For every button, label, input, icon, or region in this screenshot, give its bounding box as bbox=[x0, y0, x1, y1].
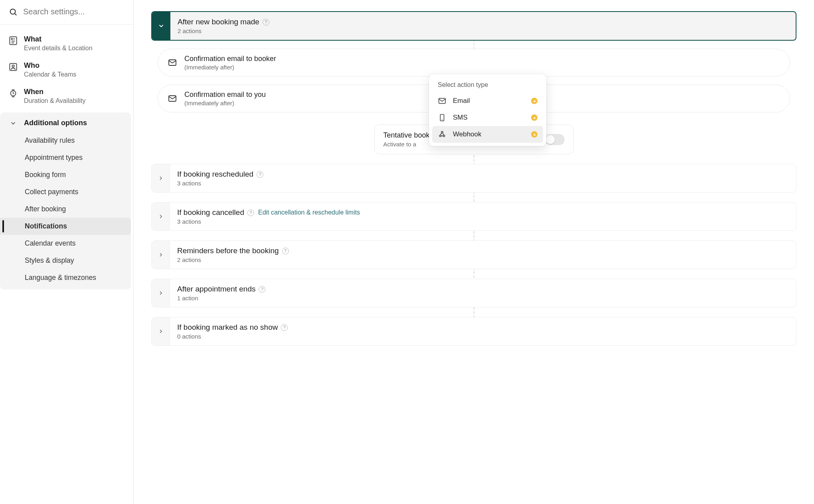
svg-point-0 bbox=[10, 9, 16, 14]
phone-icon bbox=[438, 113, 447, 122]
mail-icon bbox=[168, 58, 177, 67]
svg-point-3 bbox=[11, 38, 12, 39]
sidebar-item-subtitle: Calendar & Teams bbox=[24, 71, 76, 78]
svg-point-8 bbox=[12, 65, 14, 67]
sidebar-item-what[interactable]: What Event details & Location bbox=[0, 30, 133, 57]
premium-badge-icon bbox=[531, 114, 537, 121]
action-title: Confirmation email to you bbox=[184, 91, 266, 99]
help-icon[interactable]: ? bbox=[247, 209, 254, 216]
popup-header: Select action type bbox=[432, 81, 543, 93]
sidebar-additional-options: Additional options Availability rules Ap… bbox=[0, 112, 131, 289]
section-subtitle: 3 actions bbox=[177, 218, 789, 225]
webhook-icon bbox=[438, 130, 447, 139]
sidebar-item-calendar-events[interactable]: Calendar events bbox=[0, 235, 131, 252]
section-title: After appointment ends bbox=[177, 285, 255, 293]
section-after-appointment-ends[interactable]: After appointment ends ? 1 action bbox=[151, 279, 796, 307]
sidebar-primary-nav: What Event details & Location Who Calend… bbox=[0, 25, 133, 112]
section-subtitle: 3 actions bbox=[177, 180, 789, 187]
section-reminders-before[interactable]: Reminders before the booking ? 2 actions bbox=[151, 240, 796, 269]
sidebar-additional-header[interactable]: Additional options bbox=[0, 112, 131, 132]
section-if-no-show[interactable]: If booking marked as no show ? 0 actions bbox=[151, 317, 796, 346]
svg-point-17 bbox=[441, 131, 443, 133]
help-icon[interactable]: ? bbox=[281, 324, 288, 331]
sidebar-item-language-timezones[interactable]: Language & timezones bbox=[0, 269, 131, 286]
settings-sidebar: What Event details & Location Who Calend… bbox=[0, 0, 134, 504]
help-icon[interactable]: ? bbox=[263, 19, 269, 26]
trigger-collapse-button[interactable] bbox=[152, 12, 170, 40]
trigger-after-new-booking[interactable]: After new booking made ? 2 actions bbox=[151, 11, 796, 41]
sidebar-item-availability-rules[interactable]: Availability rules bbox=[0, 132, 131, 149]
section-title: If booking cancelled bbox=[177, 208, 244, 217]
action-confirmation-email-booker[interactable]: Confirmation email to booker (Immediatel… bbox=[158, 49, 790, 77]
section-subtitle: 1 action bbox=[177, 295, 789, 301]
premium-badge-icon bbox=[531, 131, 537, 138]
sidebar-item-styles-display[interactable]: Styles & display bbox=[0, 252, 131, 269]
help-icon[interactable]: ? bbox=[259, 286, 265, 293]
popup-item-webhook[interactable]: Webhook bbox=[432, 126, 543, 143]
sidebar-item-title: Who bbox=[24, 61, 76, 70]
person-card-icon bbox=[8, 62, 18, 72]
chevron-down-icon bbox=[10, 120, 17, 127]
popup-item-sms[interactable]: SMS bbox=[432, 109, 543, 126]
section-title: If booking marked as no show bbox=[177, 323, 278, 332]
help-icon[interactable]: ? bbox=[282, 248, 289, 254]
search-input[interactable] bbox=[23, 7, 124, 16]
svg-point-15 bbox=[439, 135, 441, 137]
sidebar-item-booking-form[interactable]: Booking form bbox=[0, 166, 131, 183]
tentative-toggle[interactable] bbox=[545, 134, 565, 145]
popup-item-email[interactable]: Email bbox=[432, 93, 543, 109]
action-title: Confirmation email to booker bbox=[184, 55, 276, 63]
section-expand-button[interactable] bbox=[152, 241, 170, 269]
action-subtitle: (Immediately after) bbox=[184, 64, 276, 71]
trigger-title: After new booking made bbox=[178, 18, 259, 26]
section-title: If booking rescheduled bbox=[177, 170, 253, 179]
popup-item-label: SMS bbox=[453, 114, 468, 122]
svg-line-1 bbox=[15, 14, 16, 15]
mail-icon bbox=[438, 96, 447, 105]
sidebar-item-subtitle: Duration & Availability bbox=[24, 97, 85, 104]
sidebar-item-title: When bbox=[24, 88, 85, 96]
svg-point-16 bbox=[443, 135, 445, 137]
search-settings[interactable] bbox=[0, 0, 133, 25]
main-content: After new booking made ? 2 actions Confi… bbox=[134, 0, 814, 504]
help-icon[interactable]: ? bbox=[257, 171, 263, 178]
sidebar-item-after-booking[interactable]: After booking bbox=[0, 201, 131, 218]
watch-icon bbox=[8, 88, 18, 98]
section-expand-button[interactable] bbox=[152, 317, 170, 345]
section-if-cancelled[interactable]: If booking cancelled ? Edit cancellation… bbox=[151, 202, 796, 231]
sidebar-item-subtitle: Event details & Location bbox=[24, 45, 93, 52]
section-subtitle: 0 actions bbox=[177, 333, 789, 340]
sidebar-item-when[interactable]: When Duration & Availability bbox=[0, 83, 133, 109]
sidebar-item-title: What bbox=[24, 35, 93, 43]
doc-icon bbox=[8, 35, 18, 46]
section-expand-button[interactable] bbox=[152, 203, 170, 230]
action-subtitle: (Immediately after) bbox=[184, 100, 266, 106]
action-type-popup: Select action type Email SMS bbox=[429, 74, 546, 146]
svg-rect-2 bbox=[10, 37, 16, 45]
section-expand-button[interactable] bbox=[152, 164, 170, 192]
section-subtitle: 2 actions bbox=[177, 256, 789, 263]
sidebar-additional-label: Additional options bbox=[24, 119, 87, 127]
search-icon bbox=[9, 8, 18, 16]
section-expand-button[interactable] bbox=[152, 279, 170, 307]
popup-item-label: Email bbox=[453, 97, 470, 105]
edit-cancellation-limits-link[interactable]: Edit cancellation & reschedule limits bbox=[258, 209, 360, 216]
premium-badge-icon bbox=[531, 98, 537, 104]
sidebar-item-appointment-types[interactable]: Appointment types bbox=[0, 149, 131, 166]
section-title: Reminders before the booking bbox=[177, 246, 279, 255]
sidebar-item-notifications[interactable]: Notifications bbox=[0, 218, 131, 235]
popup-item-label: Webhook bbox=[453, 130, 482, 138]
sidebar-item-collect-payments[interactable]: Collect payments bbox=[0, 183, 131, 201]
section-if-rescheduled[interactable]: If booking rescheduled ? 3 actions bbox=[151, 164, 796, 193]
mail-icon bbox=[168, 94, 177, 103]
sidebar-item-who[interactable]: Who Calendar & Teams bbox=[0, 57, 133, 83]
trigger-subtitle: 2 actions bbox=[178, 28, 788, 34]
